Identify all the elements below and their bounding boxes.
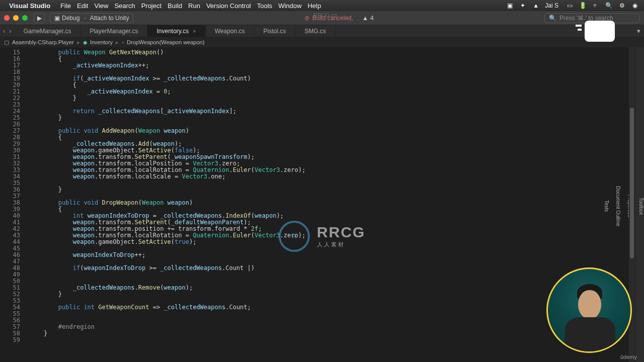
side-panel-tabs: ToolboxPropertiesDocument OutlineTests: [635, 47, 644, 362]
editor-tab[interactable]: PlayerManager.cs: [80, 25, 147, 37]
warning-icon: ▲: [362, 15, 368, 22]
build-status: ⊘ Build canceled.: [304, 15, 353, 22]
editor-tabs: ‹ › GameManager.csPlayerManager.csInvent…: [0, 25, 644, 37]
breadcrumb: ▢ Assembly-CSharp.Player ▸ ◆ Inventory ▸…: [0, 37, 644, 47]
tab-close-button[interactable]: ×: [193, 28, 196, 34]
display-icon[interactable]: ▭: [566, 2, 574, 9]
menu-item[interactable]: Run: [185, 2, 203, 10]
target-label: Attach to Unity: [90, 15, 129, 22]
nav-back-button[interactable]: ‹: [3, 27, 5, 35]
menu-item[interactable]: File: [57, 2, 74, 10]
vertical-scrollbar[interactable]: [629, 47, 635, 362]
class-icon: ◆: [83, 39, 87, 46]
warnings-status[interactable]: ▲ 4: [362, 15, 374, 22]
build-status-text: Build canceled.: [312, 15, 353, 22]
menu-item[interactable]: Search: [111, 2, 138, 10]
close-window-button[interactable]: [4, 15, 10, 21]
warning-count: 4: [370, 15, 374, 22]
menu-item[interactable]: Window: [275, 2, 304, 10]
spotlight-icon[interactable]: 🔍: [605, 2, 613, 9]
menu-item[interactable]: Build: [165, 2, 185, 10]
user-name[interactable]: Jai S: [545, 2, 558, 9]
line-number-gutter: 1516171819202122232425262728293031323334…: [0, 47, 25, 362]
crumb-project[interactable]: Assembly-CSharp.Player: [12, 39, 74, 45]
tab-label: Inventory.cs: [156, 28, 189, 35]
nav-forward-button[interactable]: ›: [9, 27, 11, 35]
run-configuration[interactable]: ▣ Debug › Attach to Unity: [50, 13, 133, 23]
tab-overflow-button[interactable]: ▾: [633, 25, 644, 37]
window-controls: [4, 15, 28, 21]
code-editor: 1516171819202122232425262728293031323334…: [0, 47, 644, 362]
menu-item[interactable]: View: [91, 2, 111, 10]
editor-tab[interactable]: Pistol.cs: [255, 25, 296, 37]
tray-icon-1[interactable]: ▣: [506, 2, 514, 9]
macos-menubar: Visual Studio FileEditViewSearchProjectB…: [0, 0, 644, 11]
debug-config-icon: ▣: [54, 15, 60, 22]
menu-item[interactable]: Edit: [74, 2, 91, 10]
tray-icon-2[interactable]: ✦: [519, 2, 527, 9]
siri-icon[interactable]: ◉: [631, 2, 639, 9]
zoom-window-button[interactable]: [22, 15, 28, 21]
project-icon: ▢: [4, 39, 9, 46]
ide-toolbar: ▶ ▣ Debug › Attach to Unity ⊘ Build canc…: [0, 11, 644, 25]
editor-tab[interactable]: SMG.cs: [295, 25, 336, 37]
minimize-window-button[interactable]: [13, 15, 19, 21]
search-placeholder: Press '⌘.' to search: [559, 15, 613, 22]
editor-tab[interactable]: Inventory.cs×: [147, 25, 205, 37]
editor-tab[interactable]: Weapon.cs: [206, 25, 255, 37]
menu-item[interactable]: Help: [304, 2, 324, 10]
code-area[interactable]: public Weapon GetNextWeapon() { _activeW…: [25, 47, 629, 362]
tray-icon-3[interactable]: ▲: [532, 2, 540, 9]
error-icon: ⊘: [304, 15, 309, 22]
menu-item[interactable]: Project: [138, 2, 165, 10]
scrollbar-thumb[interactable]: [630, 108, 634, 258]
app-name[interactable]: Visual Studio: [9, 2, 50, 10]
side-panel-tab[interactable]: Toolbox: [638, 198, 644, 215]
tab-label: SMG.cs: [304, 28, 326, 35]
menu-item[interactable]: Version Control: [203, 2, 254, 10]
system-tray: ▣ ✦ ▲ Jai S ▭ 🔋 ᯤ 🔍 ⚙ ◉: [506, 2, 639, 9]
menu-item[interactable]: Tools: [254, 2, 275, 10]
control-center-icon[interactable]: ⚙: [618, 2, 626, 9]
tab-label: Weapon.cs: [215, 28, 245, 35]
wifi-icon[interactable]: ᯤ: [592, 2, 600, 9]
method-icon: ▫: [122, 39, 124, 45]
editor-tab[interactable]: GameManager.cs: [15, 25, 81, 37]
tab-label: GameManager.cs: [24, 28, 71, 35]
tab-label: Pistol.cs: [264, 28, 286, 35]
battery-icon[interactable]: 🔋: [579, 2, 587, 9]
search-icon: 🔍: [549, 15, 556, 22]
crumb-member[interactable]: DropWeapon(Weapon weapon): [127, 39, 204, 45]
config-label: Debug: [62, 15, 79, 22]
tab-label: PlayerManager.cs: [90, 28, 138, 35]
global-search[interactable]: 🔍 Press '⌘.' to search: [544, 13, 640, 23]
crumb-class[interactable]: Inventory: [90, 39, 113, 45]
run-button[interactable]: ▶: [34, 13, 45, 23]
